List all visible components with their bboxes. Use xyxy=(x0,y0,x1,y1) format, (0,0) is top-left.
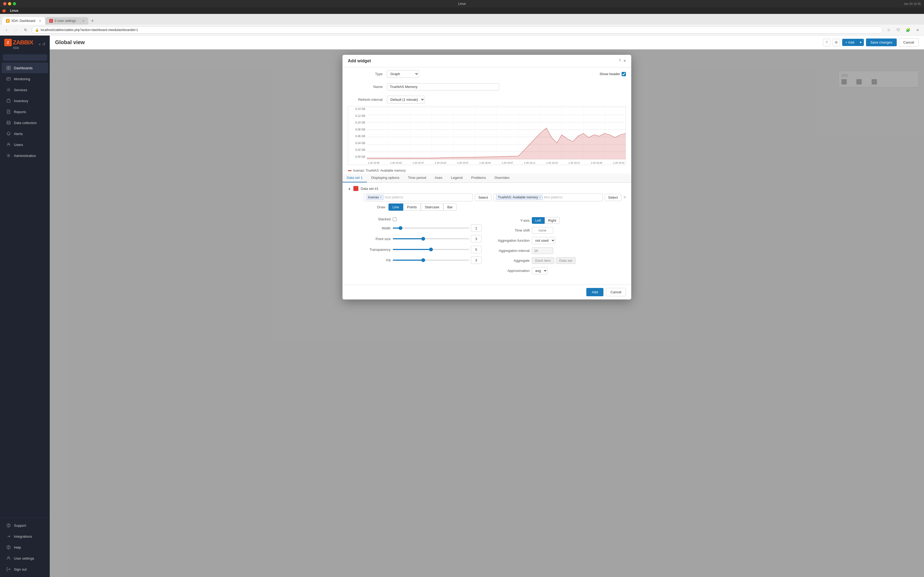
sidebar-item-inventory[interactable]: Inventory xyxy=(2,95,48,106)
point-size-thumb[interactable] xyxy=(421,237,425,241)
modal-question-icon[interactable]: ? xyxy=(619,58,621,63)
refresh-select[interactable]: Default (1 minute) xyxy=(387,96,425,103)
system-menubar: 🍎 Linux xyxy=(0,8,924,14)
time-shift-input[interactable] xyxy=(532,227,553,234)
yaxis-right-btn[interactable]: Right xyxy=(545,217,560,224)
host-tag-input[interactable]: truenas × host patterns xyxy=(364,193,473,201)
dataset-color-swatch[interactable] xyxy=(353,186,359,191)
item-tag-input[interactable]: TrueNAS: Available memory × item pattern… xyxy=(494,193,602,201)
draw-options: Line Points Staircase Bar xyxy=(388,203,457,211)
sidebar-item-users[interactable]: Users xyxy=(2,139,48,150)
help-btn[interactable]: ? xyxy=(823,39,831,46)
zabbix-logo-icon: Z xyxy=(4,39,12,46)
settings-btn[interactable]: ⚙ xyxy=(832,39,840,46)
type-select[interactable]: Graph xyxy=(387,70,419,78)
draw-btn-bar[interactable]: Bar xyxy=(443,203,457,211)
fill-thumb[interactable] xyxy=(421,258,425,262)
agg-interval-input[interactable] xyxy=(532,247,553,254)
agg-data-set-btn[interactable]: Data set xyxy=(556,257,576,264)
agg-each-item-btn[interactable]: Each item xyxy=(532,257,554,264)
sign-out-icon xyxy=(6,567,11,572)
tab-legend[interactable]: Legend xyxy=(447,174,467,182)
tab-problems[interactable]: Problems xyxy=(467,174,490,182)
tab-close-xda[interactable]: × xyxy=(39,19,41,23)
menu-item-linux[interactable]: Linux xyxy=(10,9,18,13)
transparency-slider[interactable] xyxy=(393,249,469,250)
sidebar-item-user-settings[interactable]: User settings xyxy=(2,553,48,564)
sidebar-collapse-btn[interactable]: « xyxy=(39,42,41,46)
stacked-checkbox[interactable] xyxy=(393,218,396,221)
sidebar-search-input[interactable] xyxy=(3,54,47,61)
draw-btn-points[interactable]: Points xyxy=(403,203,421,211)
mac-close-btn[interactable] xyxy=(3,2,6,5)
modal-add-btn[interactable]: Add xyxy=(586,288,603,296)
modal-cancel-btn[interactable]: Cancel xyxy=(606,288,626,296)
sidebar-item-services[interactable]: Services xyxy=(2,84,48,95)
shield-icon[interactable]: 🛡 xyxy=(895,26,902,34)
item-tag-remove[interactable]: × xyxy=(539,195,541,199)
item-remove-icon[interactable]: × xyxy=(623,195,626,200)
inventory-icon xyxy=(6,98,11,103)
sidebar-item-administration[interactable]: Administration xyxy=(2,150,48,161)
cancel-btn[interactable]: Cancel xyxy=(899,38,919,47)
host-tag-remove[interactable]: × xyxy=(380,195,382,199)
extensions-icon[interactable]: 🧩 xyxy=(904,26,912,34)
item-select-btn[interactable]: Select xyxy=(605,194,621,201)
agg-func-select[interactable]: not used xyxy=(532,237,555,244)
sidebar-logo-area: Z ZABBIX XDA « ↺ xyxy=(0,35,50,53)
add-btn-arrow[interactable]: ▾ xyxy=(857,39,864,46)
sidebar-item-integrations[interactable]: Integrations xyxy=(2,531,48,542)
tab-label-user-settings: 3 User settings xyxy=(55,19,76,23)
width-slider[interactable] xyxy=(393,227,469,229)
tab-add-btn[interactable]: + xyxy=(89,17,96,24)
sidebar-item-help[interactable]: Help xyxy=(2,542,48,553)
draw-btn-line[interactable]: Line xyxy=(388,203,403,211)
show-header-checkbox[interactable] xyxy=(621,72,626,76)
sidebar-item-alerts[interactable]: Alerts xyxy=(2,128,48,139)
address-bar[interactable]: 🔒 localhost/zabbix/zabbix.php?action=das… xyxy=(32,26,883,34)
services-icon xyxy=(6,87,11,92)
dashboard-area: UTC Add widget ? xyxy=(50,50,924,577)
sidebar-item-sign-out[interactable]: Sign out xyxy=(2,564,48,575)
sidebar-item-data-collection[interactable]: Data collection xyxy=(2,118,48,128)
sidebar-item-dashboards[interactable]: Dashboards xyxy=(2,63,48,73)
add-btn[interactable]: + Add xyxy=(842,39,858,46)
sidebar-item-reports[interactable]: Reports xyxy=(2,106,48,117)
yaxis-left-btn[interactable]: Left xyxy=(532,217,545,224)
width-thumb[interactable] xyxy=(399,226,402,230)
dataset-collapse-icon[interactable]: ▲ xyxy=(348,187,351,190)
star-icon[interactable]: ☆ xyxy=(885,26,892,34)
sidebar-item-support[interactable]: Support xyxy=(2,520,48,531)
sidebar-history-btn[interactable]: ↺ xyxy=(42,42,45,46)
tab-close-user-settings[interactable]: × xyxy=(82,19,84,23)
apple-menu[interactable]: 🍎 xyxy=(2,9,6,13)
x-label-4: 1-20 15:57 xyxy=(457,161,468,164)
fill-slider[interactable] xyxy=(393,259,469,261)
approx-select[interactable]: avg xyxy=(532,267,547,274)
forward-btn[interactable]: › xyxy=(12,26,20,34)
tab-xda-dashboard[interactable]: X XDA: Dashboard × xyxy=(2,17,45,24)
transparency-thumb[interactable] xyxy=(429,248,433,251)
back-btn[interactable]: ‹ xyxy=(3,26,10,34)
tab-icon-user-settings: ! xyxy=(49,19,53,23)
user-settings-icon xyxy=(6,556,11,561)
point-size-slider[interactable] xyxy=(393,238,469,239)
mac-maximize-btn[interactable] xyxy=(13,2,16,5)
tab-overrides[interactable]: Overrides xyxy=(490,174,514,182)
tab-dataset-1[interactable]: Data set 1 xyxy=(343,174,367,182)
reload-btn[interactable]: ↻ xyxy=(22,26,29,34)
draw-btn-staircase[interactable]: Staircase xyxy=(421,203,443,211)
sidebar-item-monitoring[interactable]: Monitoring xyxy=(2,74,48,84)
mac-minimize-btn[interactable] xyxy=(8,2,11,5)
modal-close-btn[interactable]: × xyxy=(623,58,626,63)
tab-time-period[interactable]: Time period xyxy=(404,174,430,182)
name-input[interactable] xyxy=(387,83,499,90)
sidebar-label-data-collection: Data collection xyxy=(14,121,37,125)
save-changes-btn[interactable]: Save changes xyxy=(866,39,897,46)
host-select-btn[interactable]: Select xyxy=(475,194,491,201)
tab-axes[interactable]: Axes xyxy=(430,174,447,182)
tab-displaying-options[interactable]: Displaying options xyxy=(367,174,404,182)
tab-user-settings[interactable]: ! 3 User settings × xyxy=(45,17,88,24)
x-label-7: 1-20 16:11 xyxy=(524,161,536,164)
menu-icon[interactable]: ≡ xyxy=(914,26,921,34)
